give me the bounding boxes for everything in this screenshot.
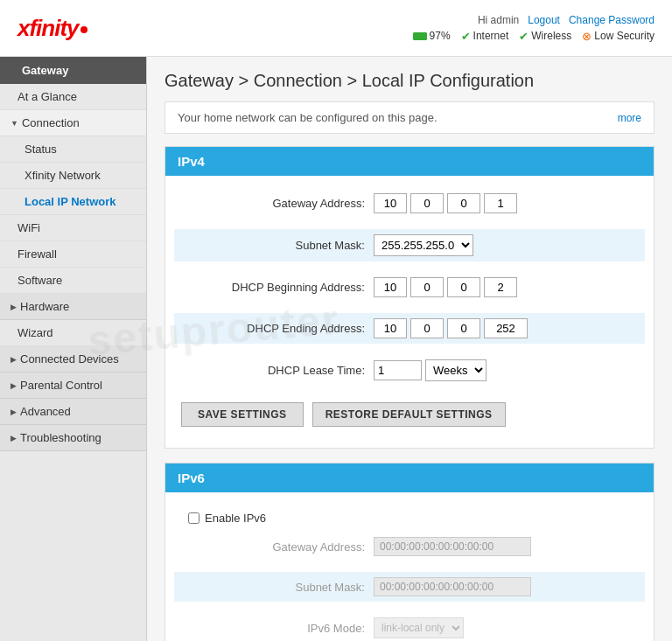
gateway-oct1-input[interactable] (374, 193, 407, 213)
dhcp-end-oct2-input[interactable] (410, 318, 444, 338)
gateway-expand-icon: ▼ (10, 66, 18, 75)
info-bar: Your home network can be configured on t… (164, 101, 654, 134)
sidebar-connected-devices[interactable]: ▶ Connected Devices (0, 346, 146, 373)
logo: xfinity (18, 15, 88, 42)
subnet-mask-select[interactable]: 255.255.255.0 255.255.0.0 255.0.0.0 (374, 234, 473, 256)
connection-expand-icon: ▼ (10, 119, 18, 128)
ipv6-panel: IPv6 Enable IPv6 Gateway Address: Subnet… (164, 463, 654, 641)
ipv6-subnet-row: Subnet Mask: (174, 572, 645, 602)
dhcp-begin-oct3-input[interactable] (447, 277, 480, 297)
ipv6-mode-row: IPv6 Mode: link-local only auto (174, 612, 645, 641)
security-status: ⊗ Low Security (582, 30, 654, 43)
advanced-expand-icon: ▶ (10, 408, 17, 416)
layout: ▼ Gateway At a Glance ▼ Connection Statu… (0, 57, 672, 641)
breadcrumb: Gateway > Connection > Local IP Configur… (164, 71, 654, 91)
sidebar-hardware-label: Hardware (20, 300, 69, 313)
dhcp-end-row: DHCP Ending Address: (174, 313, 645, 344)
ipv4-body: Gateway Address: Subnet Mask: 255.255.25… (165, 176, 654, 448)
sidebar-troubleshooting[interactable]: ▶ Troubleshooting (0, 425, 146, 451)
sidebar-connected-devices-label: Connected Devices (20, 352, 119, 366)
sidebar-parental-control[interactable]: ▶ Parental Control (0, 373, 146, 399)
battery-pct: 97% (430, 30, 451, 42)
more-link[interactable]: more (618, 112, 641, 124)
subnet-mask-fields: 255.255.255.0 255.255.0.0 255.0.0.0 (374, 234, 473, 256)
sidebar-troubleshooting-label: Troubleshooting (20, 431, 102, 444)
ipv6-mode-select: link-local only auto (374, 617, 464, 638)
dhcp-lease-unit-select[interactable]: Weeks Days Hours (425, 359, 486, 381)
sidebar-item-local-ip-network[interactable]: Local IP Network (0, 189, 146, 215)
sidebar-advanced[interactable]: ▶ Advanced (0, 399, 146, 425)
logout-link[interactable]: Logout (528, 14, 560, 26)
battery-status: 97% (413, 30, 451, 42)
dhcp-end-oct1-input[interactable] (374, 318, 407, 338)
dhcp-begin-oct4-input[interactable] (484, 277, 517, 297)
sidebar-connection-label: Connection (22, 116, 80, 129)
dhcp-begin-fields (374, 277, 517, 297)
troubleshooting-expand-icon: ▶ (10, 434, 17, 442)
parental-expand-icon: ▶ (10, 381, 17, 390)
internet-check-icon: ✔ (461, 30, 471, 43)
logo-dot (80, 26, 88, 33)
dhcp-begin-oct1-input[interactable] (374, 277, 407, 297)
xfinity-logo: xfinity (18, 15, 88, 42)
sidebar-gateway-label: Gateway (22, 64, 68, 77)
subnet-mask-row: Subnet Mask: 255.255.255.0 255.255.0.0 2… (174, 229, 645, 261)
gateway-address-row: Gateway Address: (174, 188, 645, 219)
sidebar-item-firewall[interactable]: Firewall (0, 241, 146, 268)
dhcp-lease-label: DHCP Lease Time: (181, 364, 374, 377)
sidebar-item-wizard[interactable]: Wizard (0, 320, 146, 346)
greeting-text: Hi admin (478, 14, 519, 26)
dhcp-end-oct4-input[interactable] (484, 318, 528, 338)
dhcp-lease-value-input[interactable] (374, 360, 422, 380)
ipv4-restore-button[interactable]: RESTORE DEFAULT SETTINGS (312, 402, 506, 427)
sidebar: ▼ Gateway At a Glance ▼ Connection Statu… (0, 57, 147, 641)
battery-icon (413, 32, 427, 40)
sidebar-item-at-a-glance[interactable]: At a Glance (0, 84, 146, 110)
dhcp-begin-oct2-input[interactable] (410, 277, 444, 297)
ipv6-gateway-row: Gateway Address: (174, 532, 645, 561)
gateway-oct3-input[interactable] (447, 193, 480, 213)
ipv6-gateway-input (374, 537, 531, 556)
header-top: Hi admin Logout Change Password (478, 14, 654, 26)
security-warning-icon: ⊗ (582, 30, 592, 43)
ipv6-subnet-label: Subnet Mask: (181, 581, 374, 594)
enable-ipv6-row: Enable IPv6 (174, 505, 645, 532)
dhcp-lease-row: DHCP Lease Time: Weeks Days Hours (174, 354, 645, 387)
dhcp-end-fields (374, 318, 528, 338)
sidebar-gateway[interactable]: ▼ Gateway (0, 57, 146, 84)
enable-ipv6-checkbox[interactable] (188, 512, 200, 524)
ipv6-gateway-fields (374, 537, 531, 556)
ipv6-mode-label: IPv6 Mode: (181, 622, 374, 635)
ipv6-body: Enable IPv6 Gateway Address: Subnet Mask… (165, 492, 654, 641)
internet-status: ✔ Internet (461, 30, 509, 43)
sidebar-hardware[interactable]: ▶ Hardware (0, 294, 146, 320)
sidebar-item-xfinity-network[interactable]: Xfinity Network (0, 163, 146, 189)
security-label: Low Security (594, 30, 654, 42)
sidebar-connection[interactable]: ▼ Connection (0, 110, 146, 136)
header: xfinity Hi admin Logout Change Password … (0, 0, 672, 57)
ipv4-buttons-row: SAVE SETTINGS RESTORE DEFAULT SETTINGS (174, 397, 645, 435)
internet-label: Internet (473, 30, 509, 42)
connected-devices-expand-icon: ▶ (10, 355, 17, 364)
enable-ipv6-label: Enable IPv6 (205, 512, 266, 525)
ipv6-mode-fields: link-local only auto (374, 617, 464, 638)
ipv4-header: IPv4 (165, 147, 654, 176)
info-text: Your home network can be configured on t… (178, 111, 438, 124)
dhcp-begin-label: DHCP Beginning Address: (181, 281, 374, 294)
gateway-oct4-input[interactable] (484, 193, 517, 213)
sidebar-item-status[interactable]: Status (0, 136, 146, 163)
dhcp-begin-row: DHCP Beginning Address: (174, 272, 645, 303)
header-right: Hi admin Logout Change Password 97% ✔ In… (413, 14, 654, 43)
ipv4-save-button[interactable]: SAVE SETTINGS (181, 402, 304, 427)
ipv6-subnet-input (374, 577, 531, 596)
subnet-mask-label: Subnet Mask: (181, 239, 374, 252)
sidebar-item-wifi[interactable]: WiFi (0, 215, 146, 241)
wireless-check-icon: ✔ (519, 30, 528, 43)
ipv6-gateway-label: Gateway Address: (181, 540, 374, 554)
dhcp-end-oct3-input[interactable] (447, 318, 480, 338)
dhcp-end-label: DHCP Ending Address: (181, 322, 374, 335)
gateway-oct2-input[interactable] (410, 193, 444, 213)
change-password-link[interactable]: Change Password (569, 14, 654, 26)
dhcp-lease-fields: Weeks Days Hours (374, 359, 486, 381)
sidebar-item-software[interactable]: Software (0, 268, 146, 294)
